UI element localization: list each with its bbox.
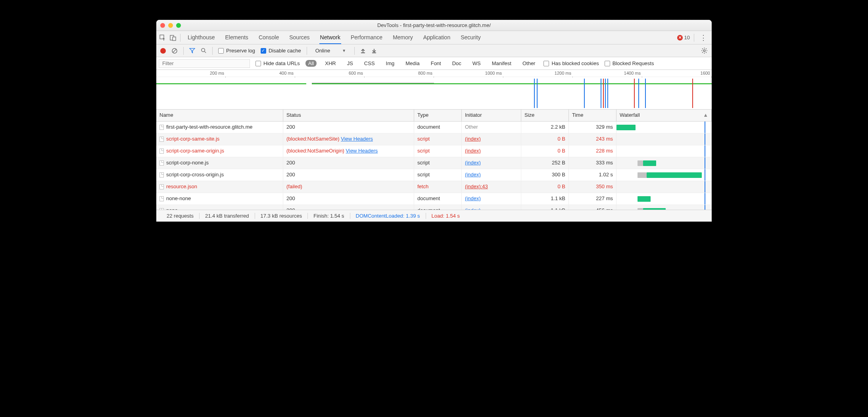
view-headers-link[interactable]: View Headers: [346, 148, 378, 154]
col-name[interactable]: Name: [156, 110, 283, 121]
type-filter-css[interactable]: CSS: [361, 60, 378, 67]
divider: [307, 47, 307, 55]
type-filter-js[interactable]: JS: [344, 60, 356, 67]
settings-gear-icon[interactable]: [701, 47, 708, 54]
error-count-badge[interactable]: ✕ 10: [677, 35, 690, 41]
file-icon: [159, 184, 164, 189]
svg-rect-2: [173, 37, 176, 41]
type-filter-font[interactable]: Font: [428, 60, 444, 67]
filter-icon[interactable]: [189, 48, 195, 54]
status-dcl: DOMContentLoaded: 1.39 s: [350, 213, 426, 219]
cell-type: document: [414, 205, 462, 210]
disable-cache-checkbox[interactable]: ✓ Disable cache: [261, 48, 301, 54]
request-row[interactable]: script-corp-cross-origin.js200script(ind…: [156, 169, 712, 181]
clear-icon[interactable]: [171, 48, 178, 54]
cell-initiator: (index):43: [462, 181, 521, 193]
inspect-element-icon[interactable]: [159, 35, 166, 41]
initiator-link[interactable]: (index): [465, 195, 481, 201]
type-filter-doc[interactable]: Doc: [449, 60, 464, 67]
upload-icon[interactable]: [360, 48, 366, 54]
svg-line-6: [204, 51, 206, 53]
devtools-window: DevTools - first-party-test-with-resourc…: [156, 20, 712, 222]
blocked-requests-checkbox[interactable]: Blocked Requests: [605, 60, 654, 66]
col-waterfall[interactable]: Waterfall ▲: [616, 110, 712, 121]
tab-console[interactable]: Console: [258, 31, 280, 44]
throttle-select[interactable]: Online ▼: [313, 46, 349, 55]
initiator-link[interactable]: (index): [465, 172, 481, 178]
type-filter-manifest[interactable]: Manifest: [489, 60, 514, 67]
type-filter-img[interactable]: Img: [383, 60, 398, 67]
status-requests: 22 requests: [161, 213, 200, 219]
tab-memory[interactable]: Memory: [392, 31, 414, 44]
request-row[interactable]: script-corp-same-site.js(blocked:NotSame…: [156, 133, 712, 145]
blocked-requests-label: Blocked Requests: [613, 60, 654, 66]
hide-data-urls-checkbox[interactable]: Hide data URLs: [255, 60, 300, 66]
timeline-tick: 400 ms: [279, 71, 295, 75]
close-window-button[interactable]: [160, 23, 165, 28]
type-filter-ws[interactable]: WS: [470, 60, 484, 67]
record-button[interactable]: [160, 48, 166, 54]
tab-application[interactable]: Application: [422, 31, 451, 44]
cell-initiator: (index): [462, 157, 521, 169]
status-finish: Finish: 1.54 s: [308, 213, 350, 219]
tab-elements[interactable]: Elements: [225, 31, 249, 44]
tab-sources[interactable]: Sources: [288, 31, 310, 44]
type-filter-other[interactable]: Other: [520, 60, 538, 67]
file-icon: [159, 160, 164, 166]
tab-performance[interactable]: Performance: [350, 31, 383, 44]
zoom-window-button[interactable]: [176, 23, 181, 28]
initiator-link[interactable]: (index): [465, 207, 481, 210]
view-headers-link[interactable]: View Headers: [341, 136, 373, 142]
col-type[interactable]: Type: [414, 110, 462, 121]
cell-time: 1.02 s: [569, 169, 616, 181]
timeline-overview[interactable]: 200 ms400 ms600 ms800 ms1000 ms1200 ms14…: [156, 70, 712, 110]
tab-lighthouse[interactable]: Lighthouse: [187, 31, 216, 44]
initiator-link[interactable]: (index): [465, 148, 481, 154]
status-bar: 22 requests 21.4 kB transferred 17.3 kB …: [156, 210, 712, 222]
checkbox-icon: [543, 61, 549, 66]
col-initiator[interactable]: Initiator: [462, 110, 521, 121]
more-menu-icon[interactable]: ⋮: [698, 33, 709, 42]
request-rows: first-party-test-with-resource.glitch.me…: [156, 122, 712, 210]
request-row[interactable]: resource.json(failed)fetch(index):430 B3…: [156, 181, 712, 193]
initiator-link[interactable]: (index): [465, 160, 481, 166]
tab-network[interactable]: Network: [319, 31, 341, 44]
has-blocked-cookies-checkbox[interactable]: Has blocked cookies: [543, 60, 599, 66]
divider: [354, 47, 355, 55]
search-icon[interactable]: [201, 48, 207, 54]
type-filter-xhr[interactable]: XHR: [322, 60, 338, 67]
svg-point-9: [703, 50, 705, 52]
cell-size: 1.1 kB: [521, 193, 569, 205]
col-status[interactable]: Status: [283, 110, 414, 121]
request-row[interactable]: script-corp-same-origin.js(blocked:NotSa…: [156, 145, 712, 157]
cell-time: 333 ms: [569, 157, 616, 169]
request-row[interactable]: script-corp-none.js200script(index)252 B…: [156, 157, 712, 169]
filter-bar: Hide data URLs AllXHRJSCSSImgMediaFontDo…: [156, 57, 712, 70]
cell-status: (blocked:NotSameSite) View Headers: [283, 133, 414, 145]
col-size[interactable]: Size: [521, 110, 569, 121]
request-row[interactable]: none200document(index)1.1 kB456 ms: [156, 205, 712, 210]
request-row[interactable]: none-none200document(index)1.1 kB227 ms: [156, 193, 712, 205]
cell-size: 2.2 kB: [521, 122, 569, 133]
preserve-log-checkbox[interactable]: Preserve log: [218, 48, 255, 54]
window-title: DevTools - first-party-test-with-resourc…: [156, 22, 712, 28]
cell-time: 329 ms: [569, 122, 616, 133]
filter-input[interactable]: [159, 59, 250, 68]
cell-waterfall: [616, 133, 712, 145]
download-icon[interactable]: [371, 48, 377, 54]
tab-security[interactable]: Security: [460, 31, 482, 44]
minimize-window-button[interactable]: [168, 23, 173, 28]
device-toolbar-icon[interactable]: [170, 35, 176, 41]
file-icon: [159, 149, 164, 154]
type-filter-all[interactable]: All: [305, 60, 317, 67]
col-time[interactable]: Time: [569, 110, 616, 121]
cell-name: first-party-test-with-resource.glitch.me: [156, 122, 283, 133]
status-resources: 17.3 kB resources: [255, 213, 308, 219]
main-tabbar: LighthouseElementsConsoleSourcesNetworkP…: [156, 31, 712, 44]
initiator-link[interactable]: (index):43: [465, 183, 488, 189]
request-row[interactable]: first-party-test-with-resource.glitch.me…: [156, 122, 712, 133]
disable-cache-label: Disable cache: [269, 48, 301, 54]
type-filter-media[interactable]: Media: [403, 60, 422, 67]
initiator-link[interactable]: (index): [465, 136, 481, 142]
sort-asc-icon: ▲: [703, 112, 708, 118]
